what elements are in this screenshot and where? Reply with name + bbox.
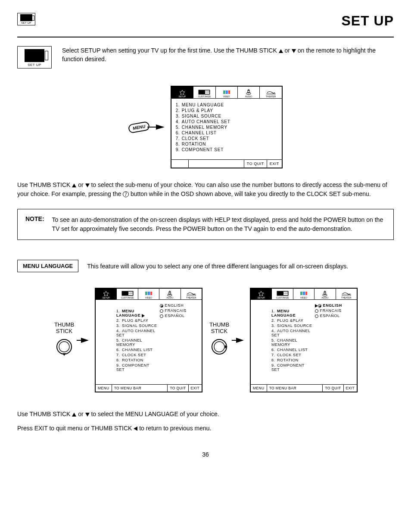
intro-text: Select SETUP when setting your TV up for… bbox=[62, 46, 394, 64]
c1-b: or bbox=[78, 411, 85, 417]
footer-bar: TO MENU BAR bbox=[112, 385, 168, 392]
osd-footer-quit: TO QUIT bbox=[244, 160, 267, 168]
triangle-left-icon bbox=[134, 426, 137, 431]
lang-option: ESPAÑOL bbox=[160, 313, 202, 318]
osd-tab-audio: AUDIO bbox=[238, 87, 260, 98]
osd-item: 5.CHANNEL MEMORY bbox=[116, 338, 157, 347]
svg-point-9 bbox=[248, 90, 249, 91]
title-rule bbox=[17, 37, 394, 37]
radio-icon bbox=[315, 314, 318, 318]
radio-icon bbox=[160, 309, 163, 313]
osd-tab-theater: THEATER bbox=[336, 289, 357, 299]
lang-option: ESPAÑOL bbox=[315, 313, 357, 318]
osd-tab-customize: F-DISPCUSTOMIZE bbox=[272, 289, 293, 299]
triangle-down-icon bbox=[292, 49, 296, 53]
svg-point-23 bbox=[169, 291, 171, 292]
osd-tab-customize: F-DISPCUSTOMIZE bbox=[193, 87, 215, 98]
thumbstick-icon bbox=[209, 337, 230, 358]
osd-lang-right: SETUPF-DISPCUSTOMIZEVIDEOAUDIOTHEATER 1.… bbox=[250, 288, 358, 392]
osd-item: 8.ROTATION bbox=[271, 358, 312, 363]
osd-item: 6.CHANNEL LIST bbox=[271, 347, 312, 352]
osd-item: 5.CHANNEL MEMORY bbox=[271, 338, 312, 347]
svg-text:F-DISP: F-DISP bbox=[128, 292, 133, 294]
p1-b: or bbox=[78, 181, 85, 188]
c1-c: to select the MENU LANGUAGE of your choi… bbox=[91, 411, 219, 417]
triangle-down-icon bbox=[85, 413, 90, 417]
footer-bar: TO MENU BAR bbox=[267, 385, 323, 392]
footer-exit: EXIT bbox=[344, 385, 357, 392]
closing-1: Use THUMB STICK or to select the MENU LA… bbox=[17, 409, 394, 420]
osd-item: 4.AUTO CHANNEL SET bbox=[271, 328, 312, 338]
svg-text:F-DISP: F-DISP bbox=[205, 91, 209, 93]
intro-row: SET UP Select SETUP when setting your TV… bbox=[17, 46, 394, 68]
svg-point-35 bbox=[323, 294, 327, 296]
osd-list: 1.MENU LANGUAGE2.PLUG &PLAY3.SIGNAL SOUR… bbox=[254, 308, 312, 372]
svg-marker-14 bbox=[103, 291, 109, 296]
osd-item: 7.CLOCK SET bbox=[116, 352, 157, 358]
osd-item: 1.MENU LANGUAGE bbox=[271, 308, 312, 318]
osd-item: 3.SIGNAL SOURCE bbox=[176, 113, 277, 119]
osd-tab-customize: F-DISPCUSTOMIZE bbox=[117, 289, 138, 299]
osd-footer: MENU TO MENU BAR TO QUIT EXIT bbox=[251, 384, 357, 392]
note-text: To see an auto-demonstration of the on-s… bbox=[52, 215, 386, 233]
radio-icon bbox=[318, 304, 321, 308]
diagram-row: THUMBSTICK SETUPF-DISPCUSTOMIZEVIDEOAUDI… bbox=[17, 288, 394, 392]
triangle-up-icon bbox=[72, 184, 76, 187]
feature-box: MENU LANGUAGE bbox=[17, 260, 78, 272]
osd-tab-theater: THEATER bbox=[181, 289, 202, 299]
osd-item: 1.MENU LANGUAGE bbox=[176, 102, 277, 108]
thumb-block-left: THUMBSTICK bbox=[53, 322, 75, 358]
osd-item: 2.PLUG & PLAY bbox=[176, 108, 277, 113]
osd-item: 3.SIGNAL SOURCE bbox=[271, 323, 312, 328]
osd-body: 1.MENU LANGUAGE2.PLUG & PLAY3.SIGNAL SOU… bbox=[171, 99, 282, 159]
svg-rect-34 bbox=[305, 292, 307, 295]
intro-a: Select SETUP when setting your TV up for… bbox=[62, 47, 279, 54]
osd-footer: MENU TO MENU BAR TO QUIT EXIT bbox=[96, 384, 202, 392]
osd-item: 4.AUTO CHANNEL SET bbox=[176, 119, 277, 124]
osd-list: 1.MENU LANGUAGE2.PLUG & PLAY3.SIGNAL SOU… bbox=[176, 102, 277, 152]
svg-point-37 bbox=[324, 291, 326, 292]
lang-option: FRANCAIS bbox=[315, 308, 357, 313]
note-label: NOTE: bbox=[25, 215, 44, 233]
osd-tabs: SETUPF-DISPCUSTOMIZEVIDEOAUDIOTHEATER bbox=[96, 289, 202, 300]
c1-a: Use THUMB STICK bbox=[17, 411, 72, 417]
feature-desc: This feature will allow you to select an… bbox=[87, 263, 348, 270]
svg-rect-38 bbox=[342, 295, 351, 296]
setup-big-label: SET UP bbox=[20, 63, 49, 67]
osd-footer: TO QUIT EXIT bbox=[171, 159, 282, 168]
svg-point-26 bbox=[214, 342, 224, 352]
osd-tabs: SETUPF-DISPCUSTOMIZEVIDEOAUDIOTHEATER bbox=[251, 289, 357, 300]
svg-point-12 bbox=[59, 342, 69, 352]
svg-marker-0 bbox=[180, 90, 185, 95]
footer-menu: MENU bbox=[96, 385, 112, 392]
thumb-block-right: THUMBSTICK bbox=[209, 322, 230, 358]
osd-footer-exit: EXIT bbox=[267, 160, 282, 168]
paragraph-1: Use THUMB STICK or to select the sub-men… bbox=[17, 180, 394, 199]
osd-tab-video: VIDEO bbox=[138, 289, 159, 299]
osd-item: 3.SIGNAL SOURCE bbox=[116, 323, 157, 328]
page-title: SET UP bbox=[341, 13, 394, 29]
c2-b: to return to previous menu. bbox=[139, 425, 211, 432]
setup-big-icon: SET UP bbox=[17, 46, 52, 68]
osd-item: 9.COMPONENT SET bbox=[116, 363, 157, 372]
svg-rect-6 bbox=[228, 90, 230, 94]
osd-item: 7.CLOCK SET bbox=[176, 136, 277, 141]
thumb-label: THUMBSTICK bbox=[209, 322, 229, 334]
osd-item: 6.CHANNEL LIST bbox=[176, 130, 277, 136]
osd-tab-audio: AUDIO bbox=[159, 289, 181, 299]
thumb-label: THUMBSTICK bbox=[54, 322, 74, 334]
osd-item: 2.PLUG &PLAY bbox=[271, 318, 312, 323]
arrow-right-icon bbox=[142, 314, 145, 317]
osd-tab-video: VIDEO bbox=[216, 87, 238, 98]
osd-item: 6.CHANNEL LIST bbox=[116, 347, 157, 352]
svg-rect-4 bbox=[223, 90, 225, 94]
osd-footer-blank bbox=[171, 160, 189, 168]
note-box: NOTE: To see an auto-demonstration of th… bbox=[17, 209, 394, 240]
osd-tab-video: VIDEO bbox=[293, 289, 314, 299]
closing-2: Press EXIT to quit menu or THUMB STICK t… bbox=[17, 423, 394, 434]
c2-a: Press EXIT to quit menu or THUMB STICK bbox=[17, 425, 134, 432]
radio-icon bbox=[315, 309, 318, 313]
osd-list: 1.MENU LANGUAGE 2.PLUG &PLAY3.SIGNAL SOU… bbox=[99, 308, 157, 372]
osd-item: 7.CLOCK SET bbox=[271, 352, 312, 358]
arrow-right-icon bbox=[236, 338, 244, 343]
